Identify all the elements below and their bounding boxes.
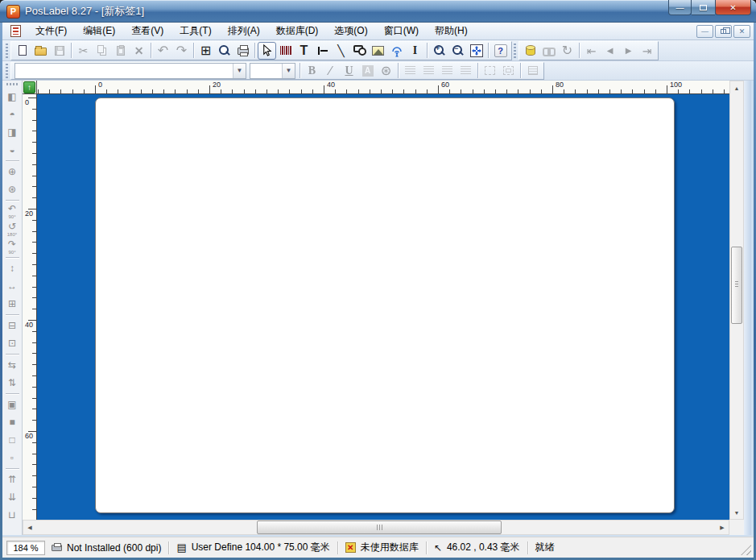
font-size-combo[interactable]: ▼ <box>250 63 295 79</box>
shape-tool-button[interactable] <box>350 42 369 60</box>
mdi-restore-button[interactable] <box>715 25 732 38</box>
zoom-level-field[interactable]: 184 % <box>6 541 45 555</box>
same-height-button: ↕ <box>4 259 21 277</box>
horizontal-scroll-track[interactable] <box>36 521 716 534</box>
align-left-button <box>401 62 419 80</box>
scroll-down-button[interactable]: ▼ <box>730 506 743 519</box>
menu-tools[interactable]: 工具(T) <box>171 22 219 40</box>
scroll-right-button[interactable]: ▶ <box>716 521 729 534</box>
zoom-fit-button[interactable] <box>467 42 485 60</box>
menu-view[interactable]: 查看(V) <box>123 22 171 40</box>
menubar: 文件(F) 编辑(E) 查看(V) 工具(T) 排列(A) 数据库(D) 选项(… <box>2 23 754 40</box>
line-tool-button[interactable] <box>313 42 332 60</box>
menu-edit[interactable]: 编辑(E) <box>75 22 123 40</box>
menu-arrange[interactable]: 排列(A) <box>220 22 268 40</box>
minimize-icon: — <box>676 3 684 12</box>
save-floppy-icon <box>55 46 64 56</box>
mdi-window-controls: — ✕ <box>696 25 750 38</box>
separator <box>151 43 151 58</box>
toolbar-grip[interactable] <box>6 64 8 78</box>
shape-icon <box>353 45 363 52</box>
equal-v-spacing-icon: ⇅ <box>8 378 16 388</box>
previous-record-button: ◀ <box>601 42 619 60</box>
design-canvas[interactable] <box>37 94 729 520</box>
mdi-restore-icon <box>721 29 726 34</box>
scroll-up-button[interactable]: ▲ <box>730 81 743 94</box>
ungroup-button <box>499 62 518 80</box>
mdi-close-button[interactable]: ✕ <box>733 25 750 38</box>
menu-window[interactable]: 窗口(W) <box>376 22 427 40</box>
separator <box>6 393 19 394</box>
ruler-label: 100 <box>670 81 682 89</box>
text-tool-button[interactable]: T <box>295 42 313 60</box>
mdi-minimize-button[interactable]: — <box>696 25 713 38</box>
scroll-down-icon: ▼ <box>734 510 740 516</box>
vertical-ruler: 0 20 40 60 <box>23 94 37 520</box>
vertical-scrollbar[interactable]: ▲ ▼ <box>729 81 744 520</box>
label-page[interactable] <box>95 97 675 513</box>
ruler-label: 40 <box>25 321 33 328</box>
center-h-in-label-icon: ⊟ <box>8 321 16 330</box>
print-preview-icon <box>218 44 230 56</box>
ruler-origin-button[interactable]: ↑ <box>23 81 35 93</box>
chevron-down-icon[interactable]: ▼ <box>282 64 295 78</box>
fit-label-width-icon: ⇈ <box>8 475 16 484</box>
ready-status-text: 就绪 <box>535 541 741 554</box>
toolbar-grip[interactable] <box>514 44 516 58</box>
same-width-icon: ↔ <box>7 281 17 291</box>
print-preview-button[interactable] <box>215 42 233 60</box>
toolbar-grip[interactable] <box>6 44 8 58</box>
horizontal-scroll-thumb[interactable] <box>257 521 502 534</box>
fit-label-height-button: ⇊ <box>4 488 21 506</box>
barcode-tool-button[interactable] <box>276 42 295 60</box>
menu-help[interactable]: 帮助(H) <box>427 22 476 40</box>
group-button <box>481 62 499 80</box>
ruler-label: 60 <box>441 81 449 89</box>
rfid-tool-button[interactable] <box>387 42 406 60</box>
next-record-button: ▶ <box>619 42 638 60</box>
chevron-down-icon[interactable]: ▼ <box>233 64 246 78</box>
open-button[interactable] <box>31 42 50 60</box>
menu-file[interactable]: 文件(F) <box>27 22 75 40</box>
vertical-scroll-thumb[interactable] <box>731 247 742 324</box>
window-title: PosLabel 8.27 - [新标签1] <box>25 4 144 19</box>
maximize-button[interactable] <box>692 0 715 15</box>
select-tool-button[interactable] <box>258 42 276 60</box>
texture-sphere-icon: ⊛ <box>381 64 391 77</box>
separator <box>579 43 580 58</box>
font-name-combo[interactable]: ▼ <box>14 63 246 79</box>
toolbar-grip[interactable] <box>6 83 18 85</box>
diagonal-line-tool-button[interactable]: ╲ <box>332 42 350 60</box>
print-button[interactable] <box>233 42 252 60</box>
app-logo-icon: P <box>6 5 20 19</box>
help-button[interactable]: ? <box>491 42 510 60</box>
center-horizontal-button: ⊕ <box>4 163 21 180</box>
ibeam-tool-button[interactable]: I <box>406 42 424 60</box>
menu-database[interactable]: 数据库(D) <box>268 22 327 40</box>
copy-icon <box>97 45 104 53</box>
close-button[interactable]: ✕ <box>715 0 751 15</box>
image-icon <box>372 46 384 56</box>
cut-button: ✂ <box>74 42 93 60</box>
menu-options[interactable]: 选项(O) <box>326 22 375 40</box>
zoom-out-icon: − <box>452 44 464 56</box>
image-tool-button[interactable] <box>369 42 387 60</box>
resize-grip[interactable] <box>741 545 751 555</box>
separator <box>6 354 19 355</box>
zoom-in-button[interactable]: + <box>430 42 448 60</box>
zoom-out-button[interactable]: − <box>448 42 467 60</box>
redo-button: ↷ <box>172 42 191 60</box>
ruler-label: 60 <box>25 433 33 439</box>
up-arrow-icon: ↑ <box>27 83 31 92</box>
database-button[interactable] <box>521 42 539 60</box>
separator <box>427 43 428 58</box>
align-right-button <box>438 62 456 80</box>
new-document-icon <box>19 45 27 56</box>
page-setup-button[interactable]: ⊞ <box>196 42 215 60</box>
first-record-icon: ⇤ <box>587 45 597 56</box>
new-button[interactable] <box>13 42 31 60</box>
minimize-button[interactable]: — <box>668 0 692 15</box>
center-both-button: ⊛ <box>4 180 21 198</box>
horizontal-scrollbar[interactable]: ◀ ▶ <box>23 520 729 535</box>
scroll-left-button[interactable]: ◀ <box>23 521 36 534</box>
